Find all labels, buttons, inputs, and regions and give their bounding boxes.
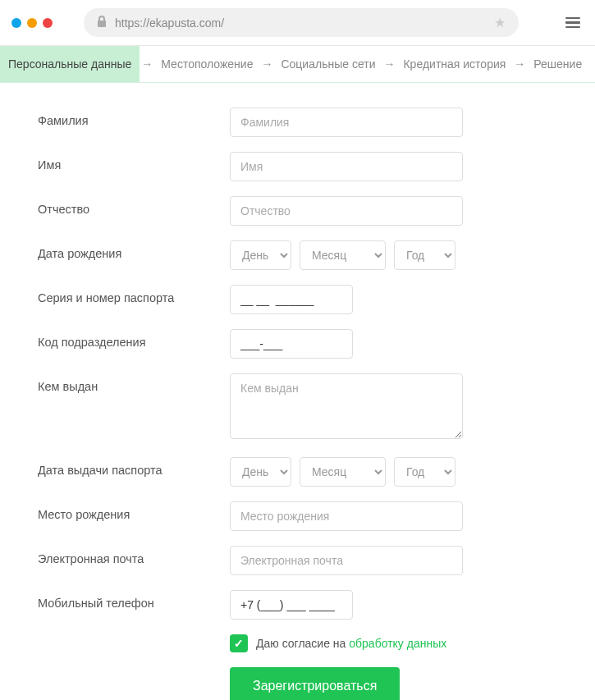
browser-chrome: https://ekapusta.com/ ★ — [0, 0, 595, 45]
consent-link[interactable]: обработку данных — [349, 637, 446, 650]
close-window-icon[interactable] — [11, 18, 21, 28]
address-bar[interactable]: https://ekapusta.com/ ★ — [84, 8, 519, 37]
dob-year-select[interactable]: Год — [394, 240, 455, 270]
birthplace-input[interactable] — [230, 501, 463, 531]
window-controls — [11, 18, 53, 28]
consent-text: Даю согласие на обработку данных — [256, 637, 446, 650]
registration-form: Фамилия Имя Отчество Дата рождения День … — [0, 83, 595, 700]
maximize-window-icon[interactable] — [43, 18, 53, 28]
dob-label: Дата рождения — [38, 240, 230, 260]
step-decision[interactable]: Решение — [527, 46, 588, 82]
issuer-label: Кем выдан — [38, 373, 230, 393]
patronymic-label: Отчество — [38, 196, 230, 216]
step-social[interactable]: Социальные сети — [274, 46, 382, 82]
surname-input[interactable] — [230, 108, 463, 137]
name-input[interactable] — [230, 152, 463, 181]
dob-day-select[interactable]: День — [230, 240, 291, 270]
url-text: https://ekapusta.com/ — [115, 16, 224, 30]
email-input[interactable] — [230, 546, 463, 575]
birthplace-label: Место рождения — [38, 501, 230, 521]
step-personal-data[interactable]: Персональные данные — [0, 46, 140, 82]
hamburger-menu-icon[interactable] — [562, 14, 584, 32]
issuer-textarea[interactable] — [230, 373, 463, 439]
progress-steps: Персональные данные → Местоположение → С… — [0, 45, 595, 83]
lock-icon — [97, 16, 107, 30]
patronymic-input[interactable] — [230, 196, 463, 226]
phone-input[interactable] — [230, 590, 353, 620]
step-location[interactable]: Местоположение — [154, 46, 259, 82]
surname-label: Фамилия — [38, 108, 230, 127]
passport-label: Серия и номер паспорта — [38, 285, 230, 304]
minimize-window-icon[interactable] — [27, 18, 37, 28]
arrow-icon: → — [512, 57, 527, 71]
arrow-icon: → — [140, 57, 154, 71]
division-label: Код подразделения — [38, 329, 230, 349]
name-label: Имя — [38, 152, 230, 172]
phone-label: Мобильный телефон — [38, 590, 230, 610]
step-credit-history[interactable]: Кредитная история — [396, 46, 512, 82]
issue-month-select[interactable]: Месяц — [300, 457, 386, 487]
issue-year-select[interactable]: Год — [394, 457, 455, 487]
issue-day-select[interactable]: День — [230, 457, 291, 487]
email-label: Электронная почта — [38, 546, 230, 565]
issue-date-label: Дата выдачи паспорта — [38, 457, 230, 477]
dob-month-select[interactable]: Месяц — [300, 240, 386, 270]
arrow-icon: → — [382, 57, 396, 71]
register-button[interactable]: Зарегистрироваться — [230, 667, 400, 700]
consent-checkbox[interactable]: ✓ — [230, 634, 248, 652]
arrow-icon: → — [259, 57, 274, 71]
division-input[interactable] — [230, 329, 353, 359]
bookmark-star-icon[interactable]: ★ — [494, 15, 506, 30]
passport-input[interactable] — [230, 285, 353, 314]
